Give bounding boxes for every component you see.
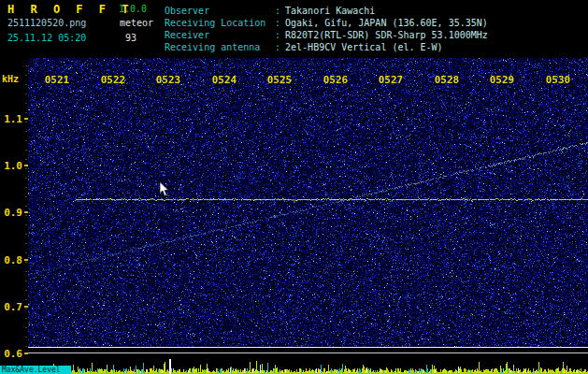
level-legend: Max&Ave.Level: [0, 366, 71, 374]
freq-major-tick: [24, 211, 28, 213]
station-info-row: Receiving Location:Ogaki, Gifu, JAPAN (1…: [165, 17, 488, 29]
freq-label: 0.6: [0, 348, 22, 360]
freq-label: 0.7: [0, 301, 22, 313]
time-label: 0525: [261, 74, 298, 86]
info-label: Receiving antenna: [165, 41, 275, 53]
freq-major-tick: [24, 259, 28, 261]
time-label: 0522: [94, 74, 132, 86]
time-label: 0523: [150, 74, 187, 86]
separator-line-bottom: [28, 352, 588, 353]
frequency-unit-label: kHz: [2, 74, 19, 84]
app-title: H R O F F T: [7, 3, 133, 16]
level-strip-canvas: [28, 356, 588, 374]
info-value: R820T2(RTL-SDR) SDR-Sharp 53.1000MHz: [280, 30, 488, 40]
info-label: Receiving Location: [165, 17, 275, 29]
freq-label: 0.9: [0, 207, 22, 219]
time-label: 0526: [317, 74, 354, 86]
freq-major-tick: [24, 165, 28, 166]
app-version: 1.0.0: [119, 4, 147, 14]
hrofft-screen: H R O F F T 1.0.0 2511120520.png meteor …: [0, 0, 588, 374]
info-value: Ogaki, Gifu, JAPAN (136.60E, 35.35N): [280, 18, 488, 28]
mouse-cursor-icon: [159, 181, 170, 197]
spectrogram-canvas: [28, 58, 588, 347]
info-label: Observer: [165, 5, 275, 17]
freq-label: 1.1: [0, 113, 22, 125]
separator-line-top: [28, 347, 588, 348]
datetime-label: 25.11.12 05:20: [7, 33, 86, 43]
freq-major-tick: [24, 306, 28, 308]
time-label: 0528: [428, 74, 466, 86]
frequency-minor-ticks: [25, 65, 27, 352]
info-value: 2el-HB9CV Vertical (el. E-W): [280, 42, 443, 52]
time-label: 0530: [539, 74, 577, 86]
time-label: 0529: [483, 74, 521, 86]
station-info-row: Receiver:R820T2(RTL-SDR) SDR-Sharp 53.10…: [165, 29, 488, 41]
count-label: 93: [125, 33, 136, 43]
info-value: Takanori Kawachi: [280, 6, 375, 16]
time-label: 0521: [38, 74, 76, 86]
time-label: 0527: [372, 74, 409, 86]
output-filename: 2511120520.png: [7, 18, 86, 28]
freq-label: 0.8: [0, 254, 22, 266]
station-info: Observer:Takanori Kawachi Receiving Loca…: [165, 5, 488, 53]
freq-major-tick: [24, 118, 28, 120]
freq-label: 1.0: [0, 160, 22, 172]
time-label: 0524: [206, 74, 243, 86]
mode-label: meteor: [120, 18, 153, 28]
station-info-row: Receiving antenna:2el-HB9CV Vertical (el…: [165, 41, 488, 53]
station-info-row: Observer:Takanori Kawachi: [165, 5, 488, 17]
freq-major-tick: [24, 352, 28, 354]
info-label: Receiver: [165, 29, 275, 41]
